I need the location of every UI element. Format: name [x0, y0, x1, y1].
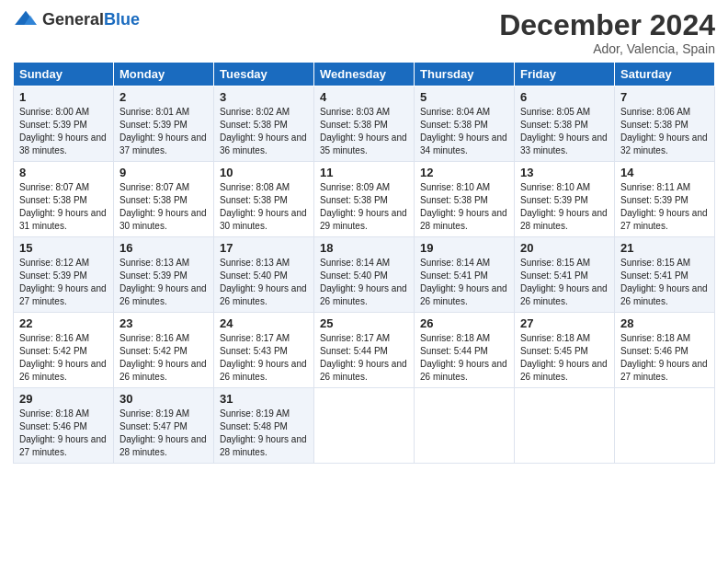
day-detail: Sunrise: 8:15 AMSunset: 5:41 PMDaylight:…	[520, 258, 608, 306]
day-detail: Sunrise: 8:01 AMSunset: 5:39 PMDaylight:…	[119, 107, 207, 155]
col-tuesday: Tuesday	[214, 63, 314, 86]
calendar-cell	[314, 388, 415, 464]
day-detail: Sunrise: 8:02 AMSunset: 5:38 PMDaylight:…	[220, 107, 307, 155]
day-number: 17	[220, 241, 308, 255]
day-number: 28	[620, 316, 709, 330]
calendar-cell: 25 Sunrise: 8:17 AMSunset: 5:44 PMDaylig…	[314, 313, 415, 388]
day-number: 13	[520, 166, 609, 179]
calendar-cell: 31 Sunrise: 8:19 AMSunset: 5:48 PMDaylig…	[214, 388, 314, 464]
month-title: December 2024	[499, 9, 715, 41]
calendar-cell: 10 Sunrise: 8:08 AMSunset: 5:38 PMDaylig…	[214, 162, 314, 237]
calendar-cell: 29 Sunrise: 8:18 AMSunset: 5:46 PMDaylig…	[14, 388, 114, 464]
day-detail: Sunrise: 8:03 AMSunset: 5:38 PMDaylight:…	[320, 107, 407, 155]
calendar-cell: 8 Sunrise: 8:07 AMSunset: 5:38 PMDayligh…	[14, 162, 114, 237]
calendar-cell: 26 Sunrise: 8:18 AMSunset: 5:44 PMDaylig…	[415, 313, 515, 388]
calendar-cell: 19 Sunrise: 8:14 AMSunset: 5:41 PMDaylig…	[415, 237, 515, 313]
day-detail: Sunrise: 8:18 AMSunset: 5:46 PMDaylight:…	[620, 333, 708, 382]
day-number: 2	[119, 90, 208, 104]
day-detail: Sunrise: 8:10 AMSunset: 5:39 PMDaylight:…	[520, 182, 608, 231]
calendar-cell	[515, 388, 615, 464]
logo-text: GeneralBlue	[42, 10, 140, 29]
day-detail: Sunrise: 8:19 AMSunset: 5:47 PMDaylight:…	[119, 408, 207, 457]
day-number: 8	[19, 166, 108, 179]
calendar-cell	[615, 388, 715, 464]
day-detail: Sunrise: 8:16 AMSunset: 5:42 PMDaylight:…	[119, 333, 207, 382]
calendar-cell: 14 Sunrise: 8:11 AMSunset: 5:39 PMDaylig…	[615, 162, 715, 237]
calendar-cell: 18 Sunrise: 8:14 AMSunset: 5:40 PMDaylig…	[314, 237, 415, 313]
day-number: 6	[520, 90, 609, 104]
day-detail: Sunrise: 8:12 AMSunset: 5:39 PMDaylight:…	[19, 258, 107, 306]
day-number: 1	[19, 90, 108, 104]
calendar-cell: 22 Sunrise: 8:16 AMSunset: 5:42 PMDaylig…	[14, 313, 114, 388]
day-number: 19	[420, 241, 508, 255]
day-detail: Sunrise: 8:07 AMSunset: 5:38 PMDaylight:…	[19, 182, 107, 231]
day-number: 31	[220, 392, 308, 406]
day-number: 21	[620, 241, 709, 255]
day-detail: Sunrise: 8:13 AMSunset: 5:39 PMDaylight:…	[119, 258, 207, 306]
col-wednesday: Wednesday	[314, 63, 415, 86]
day-detail: Sunrise: 8:19 AMSunset: 5:48 PMDaylight:…	[220, 408, 307, 457]
day-detail: Sunrise: 8:18 AMSunset: 5:45 PMDaylight:…	[520, 333, 608, 382]
calendar-cell: 27 Sunrise: 8:18 AMSunset: 5:45 PMDaylig…	[515, 313, 615, 388]
day-number: 16	[119, 241, 208, 255]
day-number: 10	[220, 166, 308, 179]
calendar-cell: 13 Sunrise: 8:10 AMSunset: 5:39 PMDaylig…	[515, 162, 615, 237]
day-detail: Sunrise: 8:00 AMSunset: 5:39 PMDaylight:…	[19, 107, 107, 155]
day-detail: Sunrise: 8:08 AMSunset: 5:38 PMDaylight:…	[220, 182, 307, 231]
calendar-cell: 7 Sunrise: 8:06 AMSunset: 5:38 PMDayligh…	[615, 86, 715, 162]
calendar-cell: 5 Sunrise: 8:04 AMSunset: 5:38 PMDayligh…	[415, 86, 515, 162]
day-detail: Sunrise: 8:14 AMSunset: 5:41 PMDaylight:…	[420, 258, 507, 306]
day-number: 24	[220, 316, 308, 330]
logo-general: General	[42, 10, 104, 29]
day-number: 7	[620, 90, 709, 104]
day-detail: Sunrise: 8:16 AMSunset: 5:42 PMDaylight:…	[19, 333, 107, 382]
day-number: 9	[119, 166, 208, 179]
logo-blue: Blue	[104, 10, 140, 29]
calendar-cell: 30 Sunrise: 8:19 AMSunset: 5:47 PMDaylig…	[114, 388, 214, 464]
logo: GeneralBlue	[13, 9, 140, 29]
day-number: 12	[420, 166, 508, 179]
day-detail: Sunrise: 8:14 AMSunset: 5:40 PMDaylight:…	[320, 258, 407, 306]
calendar-table: Sunday Monday Tuesday Wednesday Thursday…	[13, 62, 715, 464]
day-number: 20	[520, 241, 609, 255]
col-thursday: Thursday	[415, 63, 515, 86]
calendar-cell: 28 Sunrise: 8:18 AMSunset: 5:46 PMDaylig…	[615, 313, 715, 388]
day-detail: Sunrise: 8:10 AMSunset: 5:38 PMDaylight:…	[420, 182, 507, 231]
calendar-week-1: 8 Sunrise: 8:07 AMSunset: 5:38 PMDayligh…	[14, 162, 715, 237]
calendar-cell: 3 Sunrise: 8:02 AMSunset: 5:38 PMDayligh…	[214, 86, 314, 162]
calendar-body: 1 Sunrise: 8:00 AMSunset: 5:39 PMDayligh…	[14, 86, 715, 464]
day-number: 26	[420, 316, 508, 330]
day-number: 5	[420, 90, 508, 104]
title-block: December 2024 Ador, Valencia, Spain	[499, 9, 715, 56]
weekday-header-row: Sunday Monday Tuesday Wednesday Thursday…	[14, 63, 715, 86]
calendar-cell: 21 Sunrise: 8:15 AMSunset: 5:41 PMDaylig…	[615, 237, 715, 313]
day-number: 29	[19, 392, 108, 406]
calendar-cell: 1 Sunrise: 8:00 AMSunset: 5:39 PMDayligh…	[14, 86, 114, 162]
calendar-cell: 4 Sunrise: 8:03 AMSunset: 5:38 PMDayligh…	[314, 86, 415, 162]
calendar-week-3: 22 Sunrise: 8:16 AMSunset: 5:42 PMDaylig…	[14, 313, 715, 388]
day-number: 4	[320, 90, 408, 104]
day-detail: Sunrise: 8:04 AMSunset: 5:38 PMDaylight:…	[420, 107, 507, 155]
calendar-header: Sunday Monday Tuesday Wednesday Thursday…	[14, 63, 715, 86]
calendar-cell	[415, 388, 515, 464]
calendar-cell: 11 Sunrise: 8:09 AMSunset: 5:38 PMDaylig…	[314, 162, 415, 237]
calendar-cell: 23 Sunrise: 8:16 AMSunset: 5:42 PMDaylig…	[114, 313, 214, 388]
day-number: 3	[220, 90, 308, 104]
calendar-cell: 20 Sunrise: 8:15 AMSunset: 5:41 PMDaylig…	[515, 237, 615, 313]
calendar-cell: 15 Sunrise: 8:12 AMSunset: 5:39 PMDaylig…	[14, 237, 114, 313]
page-container: GeneralBlue December 2024 Ador, Valencia…	[0, 0, 728, 473]
day-detail: Sunrise: 8:07 AMSunset: 5:38 PMDaylight:…	[119, 182, 207, 231]
day-number: 25	[320, 316, 408, 330]
calendar-cell: 12 Sunrise: 8:10 AMSunset: 5:38 PMDaylig…	[415, 162, 515, 237]
calendar-cell: 9 Sunrise: 8:07 AMSunset: 5:38 PMDayligh…	[114, 162, 214, 237]
day-detail: Sunrise: 8:06 AMSunset: 5:38 PMDaylight:…	[620, 107, 708, 155]
calendar-week-0: 1 Sunrise: 8:00 AMSunset: 5:39 PMDayligh…	[14, 86, 715, 162]
day-detail: Sunrise: 8:17 AMSunset: 5:43 PMDaylight:…	[220, 333, 307, 382]
calendar-week-2: 15 Sunrise: 8:12 AMSunset: 5:39 PMDaylig…	[14, 237, 715, 313]
day-number: 23	[119, 316, 208, 330]
col-friday: Friday	[515, 63, 615, 86]
day-number: 14	[620, 166, 709, 179]
day-detail: Sunrise: 8:11 AMSunset: 5:39 PMDaylight:…	[620, 182, 708, 231]
day-detail: Sunrise: 8:09 AMSunset: 5:38 PMDaylight:…	[320, 182, 407, 231]
col-monday: Monday	[114, 63, 214, 86]
